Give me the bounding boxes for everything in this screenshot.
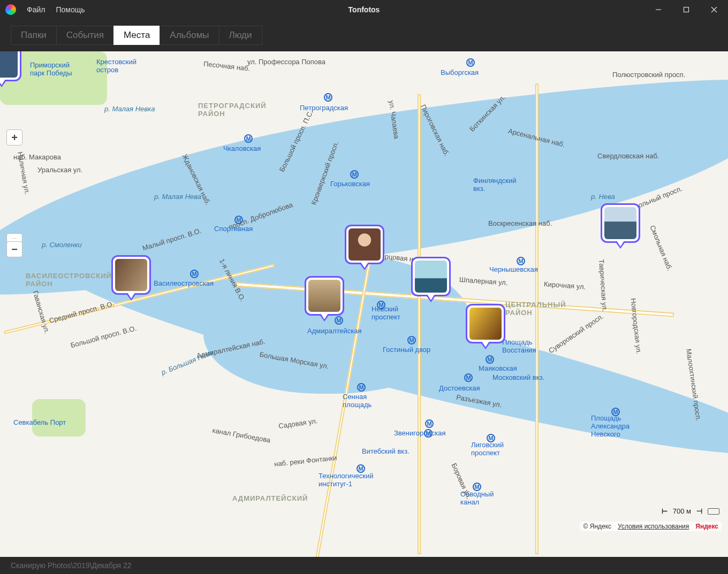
map-label: р. Смоленки (42, 241, 82, 249)
tab-places[interactable]: Места (113, 26, 160, 45)
photo-pin[interactable] (345, 225, 384, 264)
map-label: Свердловская наб. (597, 152, 659, 160)
svg-rect-1 (684, 7, 689, 12)
ruler-icon[interactable] (708, 508, 719, 515)
map-label: Лиговский проспект (471, 441, 504, 457)
photo-pin[interactable] (411, 257, 451, 296)
photo-pin[interactable] (111, 255, 151, 295)
map-label: р. Малая Нева (154, 193, 201, 201)
map-label: ЦЕНТРАЛЬНЫЙ РАЙОН (505, 301, 566, 317)
minimize-button[interactable] (644, 0, 672, 19)
metro-icon: М (324, 93, 332, 102)
menu-help[interactable]: Помощь (50, 5, 90, 14)
map-label: Чернышевская (489, 265, 538, 273)
map-label: Выборгская (441, 68, 479, 76)
map-label: Звенигородская (394, 429, 445, 437)
app-icon (5, 4, 16, 15)
map-attribution: © Яндекс Условия использования Яндекс (580, 522, 722, 531)
map-label: ПЕТРОГРАДСКИЙ РАЙОН (198, 102, 267, 118)
map-label: Василеостровская (154, 279, 214, 287)
map-label: Площадь Восстания (502, 338, 536, 354)
zoom-in-button[interactable]: + (6, 129, 22, 146)
map-label: АДМИРАЛТЕЙСКИЙ (232, 494, 308, 502)
map-label: Витебский вкз. (362, 447, 410, 455)
map-label: р. Нева (591, 193, 615, 201)
map-label: Севкабель Порт (13, 418, 66, 426)
tabbar: Папки События Места Альбомы Люди (0, 19, 728, 51)
metro-icon: М (244, 134, 253, 143)
metro-icon: М (190, 270, 199, 278)
metro-icon: М (466, 58, 475, 67)
map-label: Адмиралтейская (307, 327, 362, 335)
metro-icon: М (407, 336, 416, 345)
metro-icon: М (350, 170, 359, 179)
metro-icon: М (335, 316, 343, 325)
map-label: Уральская ул. (37, 166, 82, 174)
map-label: Финляндский вкз. (473, 177, 516, 193)
statusbar: Сканирую Photos\2019\Декабря 22 (0, 557, 728, 574)
tab-events[interactable]: События (56, 26, 113, 45)
map-label: Площадь Александра Невского (591, 414, 630, 438)
map-label: ул. Профессора Попова (247, 58, 325, 66)
close-button[interactable] (700, 0, 728, 19)
photo-pin[interactable] (601, 203, 640, 243)
scale-label: 700 м (673, 507, 691, 515)
tab-folders[interactable]: Папки (11, 26, 56, 45)
map-label: Технологический институг-1 (318, 472, 373, 488)
map-label: Гостиный двор (383, 346, 430, 354)
map-label: Чкаловская (223, 144, 261, 152)
photo-pin[interactable] (466, 304, 505, 343)
zoom-out-button[interactable]: − (6, 241, 22, 257)
map-viewport[interactable]: М М М М М М М М М М М М М М М М М М М Пр… (0, 51, 728, 557)
map-label: Московский вкз. (492, 373, 544, 381)
map-label: ВАСИЛЕОСТРОВСКИЙ РАЙОН (26, 272, 112, 288)
map-label: Воскресенская наб. (488, 219, 552, 227)
map-label: Невский проспект (371, 305, 400, 321)
window-controls (644, 0, 728, 19)
terms-link[interactable]: Условия использования (618, 523, 689, 530)
maximize-button[interactable] (672, 0, 700, 19)
status-text: Сканирую Photos\2019\Декабря 22 (11, 561, 132, 570)
tab-albums[interactable]: Альбомы (160, 26, 218, 45)
window-title: Tonfotos (348, 5, 380, 14)
map-label: Сенная площадь (343, 393, 371, 409)
titlebar: Файл Помощь Tonfotos (0, 0, 728, 19)
map-label: Горьковская (330, 180, 370, 188)
map-label: Приморский парк Победы (30, 61, 72, 77)
map-label: Достоевская (439, 384, 480, 392)
photo-pin[interactable] (305, 276, 344, 316)
metro-icon: М (517, 257, 525, 265)
map-label: Полюстровский просп. (612, 71, 685, 79)
photo-pin[interactable] (0, 51, 21, 81)
metro-icon: М (357, 383, 366, 392)
tab-people[interactable]: Люди (219, 26, 262, 45)
copyright-text: © Яндекс (583, 523, 612, 530)
menu-file[interactable]: Файл (21, 5, 50, 14)
map-label: р. Малая Невка (104, 105, 155, 113)
metro-icon: М (464, 373, 473, 382)
map-label: Маяковская (479, 364, 517, 372)
metro-icon: М (486, 355, 494, 364)
metro-icon: М (425, 419, 434, 428)
provider-logo[interactable]: Яндекс (695, 523, 718, 530)
scale-bar: ⊢ 700 м ⊣ (662, 507, 719, 515)
map-label: Спортивная (214, 225, 253, 233)
map-label: Крестовский остров (96, 58, 136, 74)
